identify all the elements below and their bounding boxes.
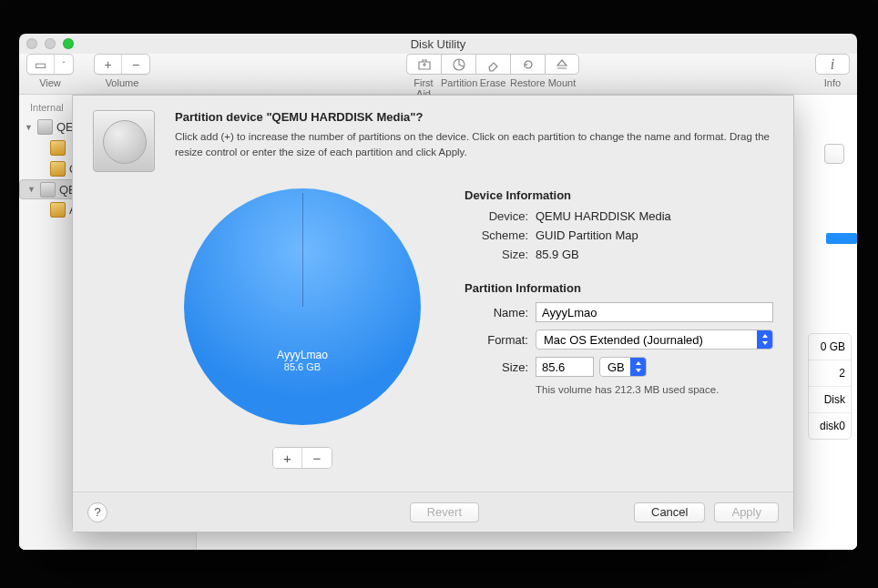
partition-pie-chart[interactable]: AyyyLmao 85.6 GB [184, 188, 421, 425]
partition-sheet: Partition device "QEMU HARDDISK Media"? … [72, 95, 794, 532]
remove-partition-button[interactable]: − [302, 448, 332, 468]
devsize-value: 85.9 GB [536, 248, 773, 261]
pie-slice-label: AyyyLmao 85.6 GB [184, 349, 421, 372]
disclosure-icon[interactable]: ▼ [25, 123, 34, 132]
partitions-value: 2 [809, 360, 851, 387]
view-dropdown-button[interactable]: ˇ [55, 55, 73, 74]
background-button[interactable] [824, 144, 844, 164]
devsize-key: Size: [465, 248, 528, 261]
info-label: Info [824, 77, 841, 88]
volume-label: Volume [106, 77, 139, 88]
device-node-value: disk0 [809, 413, 851, 439]
toolbar: ▭ ˇ View + − Volume [19, 54, 857, 95]
add-partition-button[interactable]: + [273, 448, 302, 468]
volume-remove-button[interactable]: − [122, 55, 149, 74]
used-space-hint: This volume has 212.3 MB used space. [536, 384, 773, 395]
disclosure-icon[interactable]: ▼ [27, 185, 36, 194]
view-label: View [39, 77, 61, 88]
sheet-description: Click add (+) to increase the number of … [175, 129, 773, 159]
help-button[interactable]: ? [87, 502, 107, 522]
partition-name-input[interactable] [536, 302, 773, 322]
restore-button[interactable] [510, 54, 545, 75]
pie-slice-size: 85.6 GB [184, 361, 421, 372]
capacity-value: 0 GB [809, 334, 851, 360]
size-key: Size: [465, 360, 528, 374]
pie-slice-name: AyyyLmao [184, 349, 421, 361]
revert-button[interactable]: Revert [410, 502, 479, 522]
chevron-updown-icon [630, 358, 646, 376]
scheme-value: GUID Partition Map [536, 228, 773, 242]
device-info-header: Device Information [465, 188, 773, 202]
format-select[interactable]: Mac OS Extended (Journaled) [536, 329, 773, 350]
erase-button[interactable] [475, 54, 510, 75]
view-mode-button[interactable]: ▭ [27, 55, 55, 74]
firstaid-button[interactable] [406, 54, 441, 75]
sidebar-item-label: QE [56, 120, 74, 134]
partition-size-input[interactable] [536, 357, 594, 377]
device-key: Device: [465, 209, 528, 223]
harddisk-icon [37, 119, 53, 135]
window-title: Disk Utility [19, 37, 857, 51]
harddisk-large-icon [93, 110, 155, 172]
chevron-updown-icon [757, 330, 772, 349]
mount-button[interactable] [545, 54, 579, 75]
type-value: Disk [809, 387, 851, 413]
disk-info-table: 0 GB 2 Disk disk0 [808, 333, 852, 440]
titlebar: Disk Utility [19, 34, 857, 54]
harddisk-icon [40, 182, 56, 198]
cancel-button[interactable]: Cancel [634, 502, 705, 522]
device-value: QEMU HARDDISK Media [536, 209, 773, 223]
format-key: Format: [465, 333, 528, 347]
volume-icon [50, 161, 66, 177]
volume-add-button[interactable]: + [95, 55, 122, 74]
partition-add-remove: + − [272, 447, 332, 469]
partition-info-header: Partition Information [465, 281, 773, 295]
apply-button[interactable]: Apply [714, 502, 779, 522]
scheme-key: Scheme: [465, 228, 528, 242]
sheet-title: Partition device "QEMU HARDDISK Media"? [175, 110, 773, 124]
name-key: Name: [465, 306, 528, 319]
partition-button[interactable] [441, 54, 475, 75]
volume-icon [50, 202, 66, 218]
info-button[interactable]: i [815, 54, 850, 75]
usage-bar [826, 233, 857, 244]
sheet-footer: ? Revert Cancel Apply [73, 492, 793, 532]
volume-icon [50, 140, 66, 156]
